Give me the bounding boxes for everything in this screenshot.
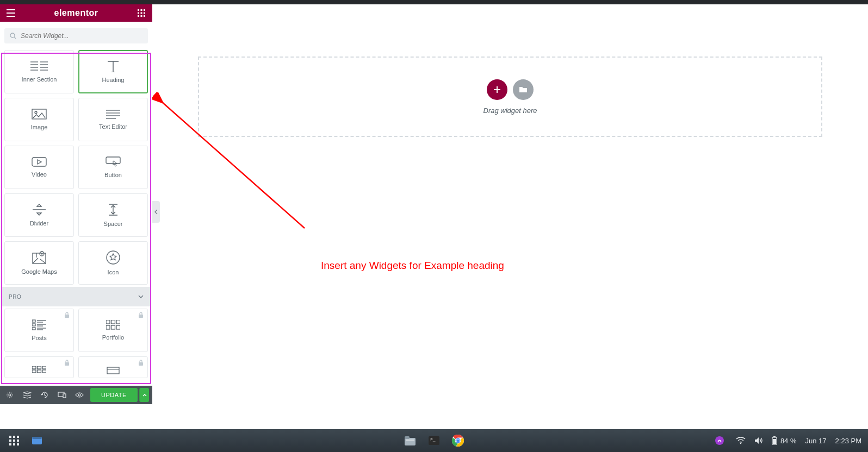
wifi-icon[interactable] — [736, 437, 746, 444]
lock-icon — [64, 312, 70, 318]
widget-posts[interactable]: Posts — [4, 309, 74, 352]
widget-label: Divider — [30, 220, 48, 227]
widget-partial[interactable] — [4, 356, 74, 378]
add-section-button[interactable] — [487, 79, 507, 100]
settings-icon[interactable] — [3, 387, 16, 403]
update-button[interactable]: UPDATE — [90, 388, 138, 402]
widget-image[interactable]: Image — [4, 98, 74, 141]
gallery-icon — [32, 366, 46, 376]
svg-rect-46 — [111, 325, 115, 329]
search-box[interactable] — [4, 28, 148, 43]
widget-video[interactable]: Video — [4, 146, 74, 189]
svg-text:>_: >_ — [430, 437, 436, 442]
widget-heading[interactable]: Heading — [78, 50, 148, 93]
svg-rect-43 — [111, 320, 115, 324]
svg-rect-42 — [106, 320, 110, 324]
slides-icon — [106, 366, 120, 376]
svg-rect-41 — [139, 315, 143, 318]
widget-google-maps[interactable]: Google Maps — [4, 241, 74, 285]
svg-rect-5 — [144, 12, 145, 14]
svg-rect-68 — [406, 440, 414, 441]
widget-label: Icon — [108, 269, 119, 275]
search-icon — [10, 33, 16, 39]
divider-icon — [33, 204, 46, 216]
widget-portfolio[interactable]: Portfolio — [78, 309, 148, 352]
editor-canvas: Drag widget here — [152, 4, 868, 404]
drag-hint-text: Drag widget here — [483, 106, 537, 115]
svg-rect-1 — [141, 9, 142, 11]
svg-rect-32 — [32, 320, 35, 322]
sidebar-header: elementor — [0, 4, 152, 22]
svg-rect-38 — [32, 328, 35, 330]
dropzone-buttons — [487, 79, 534, 100]
widget-icon[interactable]: Icon — [78, 241, 148, 285]
svg-rect-0 — [138, 9, 139, 11]
history-icon[interactable] — [38, 387, 51, 403]
video-icon — [32, 157, 47, 167]
drop-zone[interactable]: Drag widget here — [198, 56, 822, 137]
files-app-icon[interactable] — [402, 433, 418, 448]
svg-rect-52 — [32, 370, 36, 373]
svg-point-30 — [107, 251, 120, 264]
widget-inner-section[interactable]: Inner Section — [4, 50, 74, 93]
widget-label: Posts — [32, 335, 47, 341]
svg-rect-19 — [32, 109, 46, 119]
navigator-icon[interactable] — [21, 387, 34, 403]
chrome-app-icon[interactable] — [450, 433, 466, 448]
svg-rect-79 — [773, 436, 776, 437]
preview-icon[interactable] — [73, 387, 86, 403]
svg-rect-7 — [141, 15, 142, 17]
widget-button[interactable]: Button — [78, 146, 148, 189]
posts-icon — [32, 319, 46, 330]
spacer-icon — [108, 203, 119, 216]
svg-rect-50 — [38, 366, 41, 369]
widget-text-editor[interactable]: Text Editor — [78, 98, 148, 141]
icon-icon — [106, 250, 120, 265]
update-dropdown[interactable] — [139, 388, 149, 402]
search-input[interactable] — [21, 32, 142, 40]
os-taskbar: >_ 84 % Jun 17 2:23 PM — [0, 429, 868, 452]
svg-rect-44 — [116, 320, 120, 324]
svg-point-58 — [9, 394, 11, 396]
svg-rect-45 — [106, 325, 110, 329]
pro-label: PRO — [9, 294, 21, 300]
time-text[interactable]: 2:23 PM — [835, 437, 861, 445]
widget-label: Inner Section — [22, 76, 57, 83]
svg-rect-80 — [773, 439, 776, 444]
pro-section-header[interactable]: PRO — [2, 287, 150, 306]
svg-point-29 — [41, 253, 43, 255]
svg-rect-65 — [32, 437, 42, 439]
hamburger-menu-icon[interactable] — [5, 8, 16, 18]
lock-icon — [64, 360, 70, 366]
tray-app-icon[interactable] — [712, 433, 727, 448]
apps-launcher-icon[interactable] — [7, 433, 22, 448]
svg-rect-2 — [144, 9, 145, 11]
template-library-button[interactable] — [513, 79, 534, 100]
image-icon — [32, 109, 47, 120]
widget-label: Text Editor — [99, 123, 127, 130]
battery-indicator[interactable]: 84 % — [772, 436, 797, 445]
volume-icon[interactable] — [754, 437, 763, 444]
collapse-sidebar-tab[interactable] — [152, 201, 160, 223]
widget-divider[interactable]: Divider — [4, 193, 74, 237]
widgets-area: Inner Section Heading Image Text Editor — [0, 48, 152, 386]
terminal-app-icon[interactable]: >_ — [426, 433, 442, 448]
widget-label: Button — [104, 172, 122, 178]
lock-icon — [138, 312, 144, 318]
svg-rect-56 — [107, 367, 119, 374]
sidebar-footer: UPDATE — [0, 386, 152, 404]
widgets-grid-icon[interactable] — [136, 8, 147, 18]
widget-label: Heading — [102, 77, 125, 83]
svg-point-75 — [456, 439, 459, 442]
widget-partial[interactable] — [78, 356, 148, 378]
svg-rect-6 — [138, 15, 139, 17]
show-desktop-icon[interactable] — [29, 433, 45, 448]
widget-label: Video — [32, 171, 47, 178]
svg-rect-4 — [141, 12, 142, 14]
svg-line-10 — [14, 37, 16, 39]
date-text[interactable]: Jun 17 — [805, 437, 827, 445]
svg-rect-47 — [116, 325, 120, 329]
responsive-icon[interactable] — [55, 387, 69, 403]
widget-spacer[interactable]: Spacer — [78, 193, 148, 237]
svg-point-9 — [10, 33, 15, 37]
